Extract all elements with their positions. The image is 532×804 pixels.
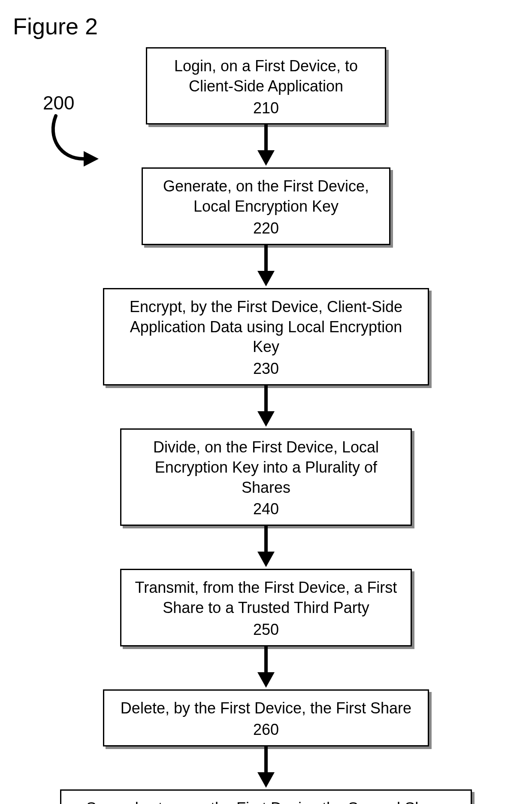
step-text: Login, on a First Device, to Client-Side… <box>157 56 375 97</box>
svg-marker-4 <box>257 271 275 286</box>
step-number: 230 <box>253 359 279 379</box>
step-number: 260 <box>253 720 279 740</box>
step-text: Generate, on the First Device, Local Enc… <box>153 176 379 217</box>
step-text: Transmit, from the First Device, a First… <box>132 578 400 618</box>
svg-marker-10 <box>257 672 275 688</box>
step-number: 250 <box>253 620 279 640</box>
step-box-260: Delete, by the First Device, the First S… <box>103 689 429 747</box>
step-text: Delete, by the First Device, the First S… <box>121 698 411 719</box>
arrow-down-icon <box>249 385 283 428</box>
svg-marker-2 <box>257 150 275 166</box>
flowchart: Login, on a First Device, to Client-Side… <box>60 47 472 804</box>
step-box-220: Generate, on the First Device, Local Enc… <box>142 167 390 245</box>
step-text: Divide, on the First Device, Local Encry… <box>132 437 400 498</box>
arrow-down-icon <box>249 245 283 288</box>
step-text: Securely store on the First Device the S… <box>86 798 446 804</box>
step-box-230: Encrypt, by the First Device, Client-Sid… <box>103 288 429 385</box>
step-box-240: Divide, on the First Device, Local Encry… <box>120 428 412 526</box>
arrow-down-icon <box>249 526 283 569</box>
figure-page: Figure 2 200 Login, on a First Device, t… <box>0 0 532 804</box>
arrow-down-icon <box>249 746 283 789</box>
step-box-210: Login, on a First Device, to Client-Side… <box>146 47 386 124</box>
figure-title: Figure 2 <box>13 13 98 39</box>
step-box-270: Securely store on the First Device the S… <box>60 789 472 804</box>
arrow-down-icon <box>249 124 283 167</box>
step-number: 240 <box>253 499 279 519</box>
step-box-250: Transmit, from the First Device, a First… <box>120 569 412 646</box>
svg-marker-8 <box>257 552 275 567</box>
step-number: 210 <box>253 98 279 118</box>
step-number: 220 <box>253 218 279 239</box>
svg-marker-6 <box>257 411 275 427</box>
svg-marker-12 <box>257 772 275 788</box>
arrow-down-icon <box>249 646 283 689</box>
step-text: Encrypt, by the First Device, Client-Sid… <box>115 297 417 357</box>
